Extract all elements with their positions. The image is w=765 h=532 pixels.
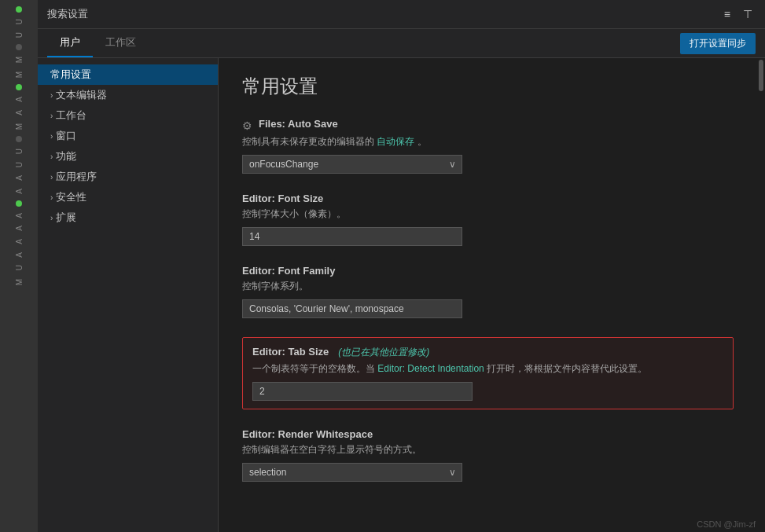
chevron-icon: › [50, 91, 53, 100]
activity-dot5 [16, 200, 22, 207]
activity-dot2 [16, 44, 22, 50]
tab-bar: 用户 工作区 打开设置同步 [38, 29, 765, 58]
activity-bar: U U M M A A M U U A A A A A A U M [0, 0, 38, 532]
setting-dropdown-wrapper: onFocusChange ∨ [242, 155, 462, 174]
setting-dropdown-wrapper: selection ∨ [242, 463, 462, 482]
activity-label-u2: U [15, 32, 24, 38]
tabs: 用户 工作区 [47, 29, 149, 57]
gear-icon-btn[interactable]: ⚙ [242, 119, 252, 132]
content-area: 常用设置 › 文本编辑器 › 工作台 › 窗口 › 功能 › 应用程序 [38, 58, 765, 532]
activity-label-a7: A [15, 239, 24, 244]
activity-dot [16, 6, 22, 13]
sidebar-item-label: 功能 [56, 149, 76, 163]
setting-row: Editor: Tab Size (也已在其他位置修改) [252, 346, 723, 359]
sidebar-item-extensions[interactable]: › 扩展 [38, 207, 218, 228]
tab-size-input[interactable] [252, 382, 473, 401]
sidebar-item-label: 窗口 [56, 129, 76, 143]
setting-label: Editor: Font Size [242, 193, 323, 204]
activity-dot3 [16, 84, 22, 90]
setting-row: Editor: Font Size [242, 193, 734, 204]
sidebar-item-label: 安全性 [56, 190, 86, 204]
sidebar-item-application[interactable]: › 应用程序 [38, 167, 218, 187]
setting-row: Editor: Font Family [242, 265, 734, 277]
activity-label-a3: A [15, 175, 24, 181]
setting-files-auto-save: ⚙ Files: Auto Save 控制具有未保存更改的编辑器的 自动保存 。… [242, 118, 734, 174]
setting-description: 控制编辑器在空白字符上显示符号的方式。 [242, 443, 734, 457]
search-bar-title: 搜索设置 [47, 7, 88, 21]
setting-label-modified: (也已在其他位置修改) [338, 346, 429, 359]
activity-dot4 [16, 136, 22, 142]
right-scrollbar[interactable] [757, 58, 765, 532]
activity-label-u3: U [15, 149, 24, 154]
font-family-input[interactable] [242, 299, 462, 318]
setting-description: 控制具有未保存更改的编辑器的 自动保存 。 [242, 135, 734, 149]
sidebar-item-label: 应用程序 [56, 170, 97, 184]
activity-label-a4: A [15, 189, 24, 194]
search-bar-icons: ≡ ⊤ [721, 6, 756, 22]
setting-label: Editor: Render Whitespace [242, 428, 373, 440]
activity-label-m4: M [15, 279, 24, 285]
setting-label: Files: Auto Save [259, 118, 338, 130]
tab-user[interactable]: 用户 [47, 29, 93, 57]
activity-label-u4: U [15, 162, 24, 167]
chevron-icon: › [50, 132, 53, 141]
activity-label-a2: A [15, 110, 24, 116]
setting-row: ⚙ Files: Auto Save [242, 118, 734, 132]
activity-label-u: U [15, 19, 24, 24]
scrollbar-thumb [759, 60, 763, 91]
font-size-input[interactable] [242, 227, 462, 246]
chevron-icon: › [50, 193, 53, 202]
settings-sidebar: 常用设置 › 文本编辑器 › 工作台 › 窗口 › 功能 › 应用程序 [38, 58, 219, 532]
activity-label-m3: M [15, 123, 24, 130]
sidebar-item-features[interactable]: › 功能 [38, 146, 218, 167]
sync-button[interactable]: 打开设置同步 [680, 33, 756, 54]
setting-description: 控制字体大小（像素）。 [242, 207, 734, 221]
main-container: 搜索设置 ≡ ⊤ 用户 工作区 打开设置同步 常用设置 › 文本编辑器 › 工作… [38, 0, 765, 532]
activity-label-a8: A [15, 252, 24, 258]
sidebar-item-security[interactable]: › 安全性 [38, 187, 218, 207]
render-whitespace-dropdown[interactable]: selection [242, 463, 462, 482]
setting-font-size: Editor: Font Size 控制字体大小（像素）。 [242, 193, 734, 246]
sidebar-item-label: 扩展 [56, 211, 76, 225]
sidebar-item-workbench[interactable]: › 工作台 [38, 105, 218, 126]
setting-render-whitespace: Editor: Render Whitespace 控制编辑器在空白字符上显示符… [242, 428, 734, 482]
setting-description: 一个制表符等于的空格数。当 Editor: Detect Indentation… [252, 362, 723, 376]
setting-row: Editor: Render Whitespace [242, 428, 734, 440]
sidebar-item-window[interactable]: › 窗口 [38, 126, 218, 146]
filter-icon-btn[interactable]: ⊤ [740, 6, 756, 22]
setting-label: Editor: Tab Size [252, 346, 329, 358]
setting-description: 控制字体系列。 [242, 280, 734, 293]
activity-label-a5: A [15, 213, 24, 218]
menu-icon-btn[interactable]: ≡ [721, 6, 734, 22]
sidebar-item-common[interactable]: 常用设置 [38, 64, 218, 85]
chevron-icon: › [50, 152, 53, 161]
activity-label-a: A [15, 97, 24, 102]
sidebar-item-label: 文本编辑器 [56, 88, 107, 102]
page-title: 常用设置 [242, 74, 734, 99]
activity-label-m: M [15, 57, 24, 63]
setting-tab-size: Editor: Tab Size (也已在其他位置修改) 一个制表符等于的空格数… [242, 337, 734, 409]
setting-label: Editor: Font Family [242, 265, 335, 277]
detect-indentation-link[interactable]: Editor: Detect Indentation [377, 363, 484, 374]
chevron-icon: › [50, 173, 53, 182]
setting-font-family: Editor: Font Family 控制字体系列。 [242, 265, 734, 318]
sidebar-item-label: 工作台 [56, 108, 86, 123]
chevron-icon: › [50, 112, 53, 120]
auto-save-dropdown[interactable]: onFocusChange [242, 155, 462, 174]
activity-label-m2: M [15, 72, 24, 78]
activity-label-a6: A [15, 226, 24, 231]
setting-link[interactable]: 自动保存 [377, 136, 414, 147]
sidebar-item-text-editor[interactable]: › 文本编辑器 [38, 85, 218, 105]
tab-workspace[interactable]: 工作区 [93, 29, 149, 57]
settings-content: 常用设置 ⚙ Files: Auto Save 控制具有未保存更改的编辑器的 自… [219, 58, 757, 532]
sidebar-item-label: 常用设置 [50, 68, 91, 82]
watermark: CSDN @Jim-zf [697, 519, 756, 529]
activity-label-u5: U [15, 265, 24, 270]
chevron-icon: › [50, 214, 53, 222]
search-bar: 搜索设置 ≡ ⊤ [38, 0, 765, 29]
